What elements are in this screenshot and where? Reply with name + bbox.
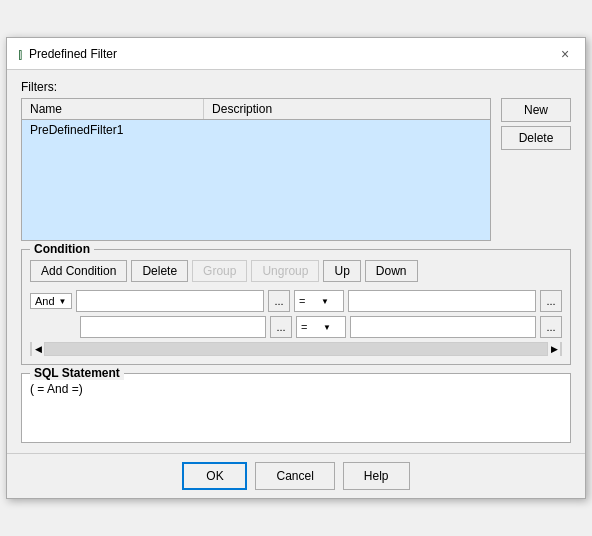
operator-arrow-1: ▼ bbox=[319, 297, 341, 306]
filters-area: Name Description PreDefinedFilter1 bbox=[21, 98, 571, 241]
cancel-button[interactable]: Cancel bbox=[255, 462, 334, 490]
help-button[interactable]: Help bbox=[343, 462, 410, 490]
dialog-body: Filters: Name Description bbox=[7, 70, 585, 453]
delete-condition-button[interactable]: Delete bbox=[131, 260, 188, 282]
dialog-footer: OK Cancel Help bbox=[7, 453, 585, 498]
field-ellipsis-2[interactable]: ... bbox=[270, 316, 292, 338]
operator-value-2: = bbox=[299, 321, 321, 333]
connector-value-1: And bbox=[33, 295, 57, 307]
field-input-1[interactable] bbox=[76, 290, 264, 312]
filter-desc-cell bbox=[430, 120, 490, 240]
field-ellipsis-1[interactable]: ... bbox=[268, 290, 290, 312]
delete-filter-button[interactable]: Delete bbox=[501, 126, 571, 150]
scroll-right-button[interactable]: ▶ bbox=[547, 342, 561, 356]
sql-content: ( = And =) bbox=[30, 380, 562, 396]
dialog-title: Predefined Filter bbox=[29, 47, 117, 61]
up-button[interactable]: Up bbox=[323, 260, 360, 282]
col-name-header: Name bbox=[22, 99, 204, 120]
new-button[interactable]: New bbox=[501, 98, 571, 122]
filters-buttons: New Delete bbox=[501, 98, 571, 241]
condition-section: Condition Add Condition Delete Group Ung… bbox=[21, 249, 571, 365]
ungroup-button[interactable]: Ungroup bbox=[251, 260, 319, 282]
operator-arrow-2: ▼ bbox=[321, 323, 343, 332]
filter-name-cell[interactable]: PreDefinedFilter1 bbox=[22, 120, 430, 240]
add-condition-button[interactable]: Add Condition bbox=[30, 260, 127, 282]
sql-legend: SQL Statement bbox=[30, 366, 124, 380]
field-input-2[interactable] bbox=[80, 316, 266, 338]
horizontal-scrollbar[interactable]: ◀ ▶ bbox=[30, 342, 562, 356]
down-button[interactable]: Down bbox=[365, 260, 418, 282]
value-ellipsis-1[interactable]: ... bbox=[540, 290, 562, 312]
filters-table-container: Name Description PreDefinedFilter1 bbox=[21, 98, 491, 241]
app-icon: ⫿ bbox=[17, 46, 23, 62]
value-ellipsis-2[interactable]: ... bbox=[540, 316, 562, 338]
connector-dropdown-1[interactable]: And ▼ bbox=[30, 293, 72, 309]
condition-toolbar: Add Condition Delete Group Ungroup Up Do… bbox=[30, 260, 562, 282]
condition-legend: Condition bbox=[30, 242, 94, 256]
scroll-left-button[interactable]: ◀ bbox=[31, 342, 45, 356]
sql-section: SQL Statement ( = And =) bbox=[21, 373, 571, 443]
value-input-2[interactable] bbox=[350, 316, 536, 338]
col-description-header: Description bbox=[204, 99, 490, 120]
filters-label: Filters: bbox=[21, 80, 571, 94]
predefined-filter-dialog: ⫿ Predefined Filter × Filters: Name Desc… bbox=[6, 37, 586, 499]
ok-button[interactable]: OK bbox=[182, 462, 247, 490]
table-row[interactable]: PreDefinedFilter1 bbox=[22, 120, 490, 240]
condition-rows: And ▼ ... = ▼ ... ... bbox=[30, 290, 562, 338]
connector-arrow-1: ▼ bbox=[57, 297, 69, 306]
operator-value-1: = bbox=[297, 295, 319, 307]
operator-dropdown-1[interactable]: = ▼ bbox=[294, 290, 344, 312]
filters-data-table: PreDefinedFilter1 bbox=[22, 120, 490, 240]
close-button[interactable]: × bbox=[555, 44, 575, 64]
operator-dropdown-2[interactable]: = ▼ bbox=[296, 316, 346, 338]
value-input-1[interactable] bbox=[348, 290, 536, 312]
condition-row-2: ... = ▼ ... bbox=[30, 316, 562, 338]
filters-table: Name Description bbox=[22, 99, 490, 120]
title-bar-left: ⫿ Predefined Filter bbox=[17, 46, 117, 62]
filters-section: Filters: Name Description bbox=[21, 80, 571, 241]
scrollbar-track[interactable] bbox=[45, 343, 547, 355]
condition-row-1: And ▼ ... = ▼ ... bbox=[30, 290, 562, 312]
title-bar: ⫿ Predefined Filter × bbox=[7, 38, 585, 70]
group-button[interactable]: Group bbox=[192, 260, 247, 282]
